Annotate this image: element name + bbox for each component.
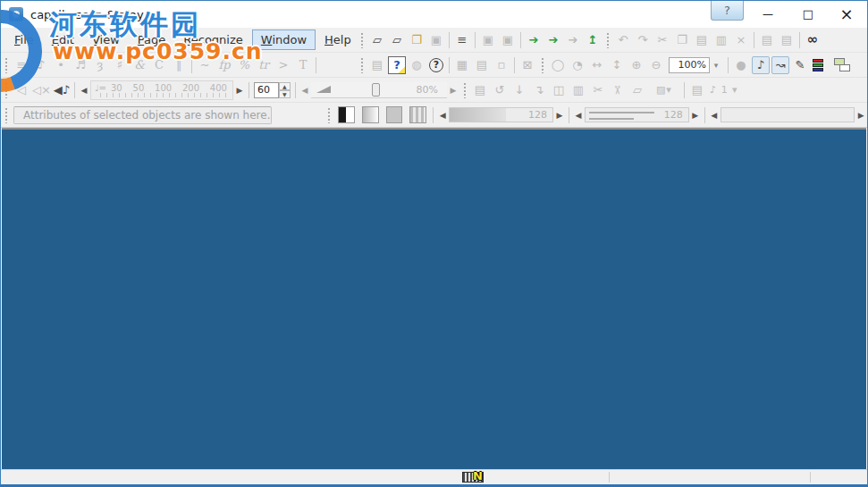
- color-dropdown-button[interactable]: ▨▾: [648, 81, 680, 99]
- minimize-button[interactable]: —: [754, 1, 782, 27]
- menu-window[interactable]: Window: [252, 29, 316, 50]
- help-mode-button[interactable]: ?: [429, 58, 443, 72]
- tempo-spinner[interactable]: 60 ▲ ▼: [254, 82, 291, 98]
- note-mode-button[interactable]: ♪: [752, 56, 770, 74]
- split-system-button[interactable]: ◫: [550, 81, 568, 99]
- compare-view-button[interactable]: ▦: [453, 56, 471, 74]
- search-button[interactable]: ∞: [804, 31, 822, 49]
- grace-note-button[interactable]: ♬: [72, 56, 89, 74]
- speaker-mute-button[interactable]: ◁×: [32, 81, 51, 99]
- clef-button[interactable]: &: [131, 56, 148, 74]
- position-decrease-button[interactable]: ◀: [708, 106, 721, 124]
- fit-width-button[interactable]: ↔: [588, 56, 606, 74]
- time-signature-button[interactable]: C: [150, 56, 168, 74]
- contrast-decrease-button[interactable]: ◀: [572, 106, 585, 124]
- zoom-window-button[interactable]: ◯: [549, 56, 567, 74]
- eraser-button[interactable]: ▱: [628, 81, 646, 99]
- document-area[interactable]: [2, 128, 866, 469]
- recognition-options-button[interactable]: ≡: [453, 31, 471, 49]
- paste-meter-button[interactable]: ▤: [778, 31, 796, 49]
- cut-button[interactable]: ✂: [653, 31, 671, 49]
- cut-vertical-button[interactable]: ✂: [609, 81, 627, 99]
- volume-decrease-button[interactable]: ◀: [299, 81, 311, 99]
- bw-threshold-button[interactable]: [338, 106, 355, 123]
- volume-slider-thumb[interactable]: [372, 83, 380, 97]
- contrast-increase-button[interactable]: ▶: [689, 106, 702, 124]
- speaker-low-button[interactable]: ◁: [13, 81, 30, 99]
- paste-button[interactable]: ▤: [693, 31, 711, 49]
- zoom-in-button[interactable]: ⊕: [628, 56, 645, 74]
- repeat-button[interactable]: %: [235, 56, 253, 74]
- open-button[interactable]: ❐: [408, 31, 426, 49]
- maximize-button[interactable]: □: [794, 1, 822, 27]
- trill-button[interactable]: tr: [255, 56, 273, 74]
- menu-edit[interactable]: Edit: [43, 29, 83, 50]
- merge-system-button[interactable]: ▥: [569, 81, 587, 99]
- position-increase-button[interactable]: ▶: [855, 106, 867, 124]
- copy-meter-button[interactable]: ▤: [758, 31, 776, 49]
- text-button[interactable]: T: [294, 56, 312, 74]
- gray-view-button[interactable]: [386, 106, 403, 123]
- save-button[interactable]: ▣: [427, 31, 445, 49]
- delete-button[interactable]: ×: [732, 31, 750, 49]
- contrast-slider[interactable]: 128: [585, 107, 689, 122]
- page-image-button[interactable]: ▤: [368, 56, 386, 74]
- position-slider[interactable]: [721, 107, 855, 122]
- paste-format-button[interactable]: ▥: [712, 31, 730, 49]
- menu-page[interactable]: Page: [129, 29, 174, 50]
- barline-button[interactable]: ∥: [170, 56, 188, 74]
- zoom-selection-button[interactable]: ◔: [569, 56, 586, 74]
- close-button[interactable]: ×: [832, 1, 861, 27]
- move-system-button[interactable]: ↴: [530, 81, 548, 99]
- append-pages-button[interactable]: ▣: [499, 31, 517, 49]
- select-mode-button[interactable]: ↝: [771, 56, 789, 74]
- note-button[interactable]: ♪: [32, 56, 50, 74]
- chevron-down-icon[interactable]: ▾: [710, 57, 722, 73]
- dynamics-button[interactable]: fp: [215, 56, 233, 74]
- tempo-ruler[interactable]: ♩= 3050100200400: [90, 80, 233, 100]
- cut-horizontal-button[interactable]: ✂: [589, 81, 607, 99]
- brightness-increase-button[interactable]: ▶: [553, 106, 566, 124]
- move-staff-down-button[interactable]: ↓: [510, 81, 528, 99]
- zoom-out-button[interactable]: ⊖: [647, 56, 665, 74]
- zoom-value[interactable]: 100%: [669, 57, 710, 73]
- undo-button[interactable]: ↶: [614, 31, 632, 49]
- copy-button[interactable]: ❐: [673, 31, 691, 49]
- dot-button[interactable]: •: [52, 56, 70, 74]
- brush-button[interactable]: ✎: [791, 56, 809, 74]
- redo-button[interactable]: ↷: [634, 31, 652, 49]
- brightness-slider[interactable]: 128: [449, 107, 553, 122]
- export-musicxml-button[interactable]: ➔: [544, 31, 562, 49]
- rest-button[interactable]: ȝ: [91, 56, 109, 74]
- properties-button[interactable]: ▤: [688, 81, 706, 99]
- tempo-value[interactable]: 60: [254, 82, 279, 98]
- speaker-play-button[interactable]: ◀♪: [53, 81, 71, 99]
- import-pages-button[interactable]: ▣: [479, 31, 497, 49]
- result-list-button[interactable]: ▤: [473, 56, 491, 74]
- spinner-up-button[interactable]: ▲: [279, 82, 291, 90]
- volume-increase-button[interactable]: ▶: [447, 81, 459, 99]
- scan-button[interactable]: ▱: [368, 31, 386, 49]
- discard-recognition-button[interactable]: ⊠: [518, 56, 536, 74]
- voice-colors-button[interactable]: [813, 57, 829, 73]
- tempo-decrease-button[interactable]: ◀: [78, 81, 90, 99]
- export-audio-button[interactable]: ↥: [584, 31, 602, 49]
- help-button[interactable]: ?: [711, 1, 744, 21]
- single-staff-button[interactable]: ▫: [493, 56, 510, 74]
- menu-file[interactable]: File: [5, 29, 43, 50]
- rotate-page-button[interactable]: ↺: [491, 81, 509, 99]
- system-layout-button[interactable]: ▤: [471, 81, 489, 99]
- staff-lines-view-button[interactable]: [409, 106, 426, 123]
- menu-help[interactable]: Help: [316, 29, 360, 50]
- menu-view[interactable]: View: [83, 29, 129, 50]
- export-midi-button[interactable]: ➔: [564, 31, 582, 49]
- accent-button[interactable]: >: [274, 56, 292, 74]
- sharp-button[interactable]: ♯: [111, 56, 129, 74]
- staff-menu-button[interactable]: ≡: [13, 56, 30, 74]
- menu-recognize[interactable]: Recognize: [174, 29, 251, 50]
- zoom-combo[interactable]: 100% ▾: [669, 57, 722, 73]
- volume-slider[interactable]: 80%: [311, 82, 447, 98]
- recognize-button[interactable]: ?: [388, 56, 406, 74]
- voice-select-button[interactable]: ♪ 1 ▾: [708, 81, 740, 99]
- spinner-down-button[interactable]: ▼: [279, 90, 291, 98]
